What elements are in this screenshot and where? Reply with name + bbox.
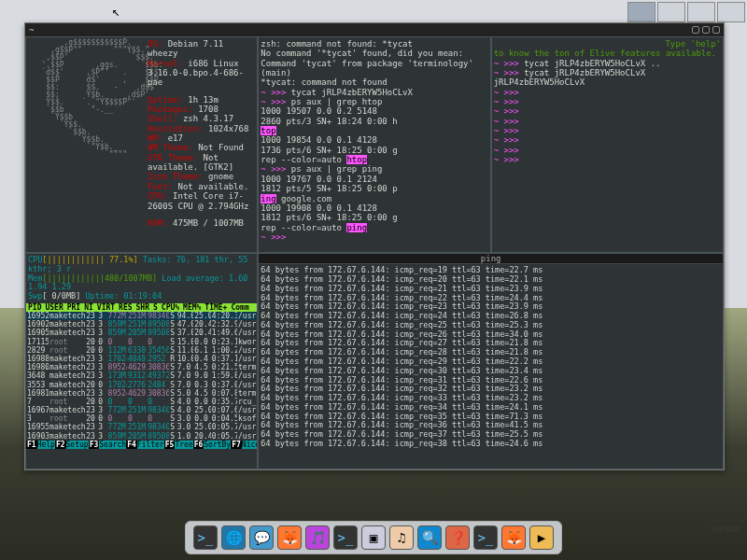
dock-messenger-icon[interactable]: 💬: [249, 525, 274, 550]
wmtheme-value: Not Found: [198, 143, 244, 152]
htop-row[interactable]: 17115root200000S15.00.00:23.12kwor: [26, 338, 257, 346]
prompt: ~ >>>: [494, 135, 519, 145]
gtktheme-label: GTK Theme:: [148, 153, 198, 162]
fkey[interactable]: F6SortBy: [193, 441, 232, 449]
dock-video-icon[interactable]: ▶: [529, 525, 554, 550]
htop-col[interactable]: Comm: [229, 303, 250, 312]
grep-match: htop: [346, 155, 367, 164]
dock-virtualbox-icon[interactable]: ▣: [361, 525, 386, 550]
workspace-2[interactable]: [657, 2, 685, 22]
packages-value: 1708: [198, 105, 218, 114]
htop-row[interactable]: 16981maketeche233895244629230836S5.04.50…: [26, 389, 257, 398]
htop-col[interactable]: CPU%: [160, 303, 181, 312]
htop-row[interactable]: 16903maketeche233859M205M89508S1.020.40:…: [26, 432, 257, 441]
prompt: ~ >>>: [494, 146, 519, 155]
dock-music-icon[interactable]: ♫: [389, 525, 414, 550]
ps-line: 1000 19908 0.0 0.1 4128: [261, 203, 487, 213]
tip-header: Type 'help': [494, 39, 721, 49]
cmd: tycat jRLP4zbERYW5HoCLvX ..: [524, 59, 660, 68]
htop-row[interactable]: 3648maketeche233173M9312449372S7.09.01:5…: [26, 371, 257, 380]
minimize-icon[interactable]: [692, 26, 699, 34]
dock-help-icon[interactable]: ❓: [445, 525, 470, 550]
workspace-3[interactable]: [687, 2, 715, 22]
grep-match: ing: [261, 194, 275, 203]
htop-col[interactable]: NI: [82, 303, 95, 312]
htop-row[interactable]: 16967maketeche233772M251M98340S4.025.00:…: [26, 406, 257, 414]
htop-col[interactable]: VIRT: [95, 303, 117, 312]
fkey[interactable]: F4Filter: [126, 441, 164, 449]
pane-htop[interactable]: CPU[|||||||||||| 77.1%] Tasks: 76, 181 t…: [25, 253, 258, 469]
maximize-icon[interactable]: [702, 26, 710, 34]
terminal-window[interactable]: ~ _,g$$$$$$$$$$$P. ,g$$P"" """Y$$.". ,$$…: [24, 22, 725, 470]
close-icon[interactable]: [712, 26, 720, 34]
htop-row[interactable]: 16952maketeche233772M251M98340S94.025.04…: [26, 312, 257, 320]
prompt: ~ >>>: [494, 59, 519, 68]
htop-row[interactable]: 7root200000S4.00.00:35.70rcu_: [26, 398, 257, 406]
htop-row[interactable]: 3root200000S3.00.00:04.58ksof: [26, 414, 257, 423]
htop-col[interactable]: RES: [117, 303, 134, 312]
cpu-meter: [|||||||||||| 77.1%]: [42, 255, 137, 264]
dock-ipod-icon[interactable]: 🎵: [305, 525, 330, 550]
mouse-cursor-icon: [112, 4, 121, 17]
pane-ping[interactable]: ping 64 bytes from 172.67.6.144: icmp_re…: [258, 253, 724, 469]
fkey[interactable]: F1Help: [26, 441, 55, 449]
ping-output: 64 bytes from 172.67.6.144: icmp_req=19 …: [259, 264, 723, 450]
workspace-1[interactable]: [627, 2, 655, 22]
cmd: tycat jRLP4zbERYW5HoCLvX: [291, 88, 413, 97]
cpu-meter-label: CPU: [28, 255, 42, 264]
dock-firefox-icon[interactable]: 🦊: [501, 525, 526, 550]
prompt: ~ >>>: [494, 88, 519, 97]
fkey[interactable]: F7Nice: [231, 441, 258, 449]
fkey[interactable]: F3Search: [89, 441, 127, 449]
res-label: Resolution:: [148, 124, 204, 133]
titlebar[interactable]: ~: [25, 23, 724, 36]
htop-col[interactable]: MEM%: [181, 303, 203, 312]
dock[interactable]: >_🌐💬🦊🎵>_▣♫🔍❓>_🦊▶: [185, 521, 562, 554]
dock-terminal-icon[interactable]: >_: [333, 525, 358, 550]
kernel-label: Kernel:: [148, 59, 183, 68]
dock-search-icon[interactable]: 🔍: [417, 525, 442, 550]
prompt: ~ >>>: [494, 117, 519, 126]
ps-line: 1000 19507 0.0 0.2 5148: [261, 106, 487, 116]
icon-label: Icon Theme:: [148, 172, 204, 181]
zsh-line: No command '*tycat' found, did you mean:: [261, 49, 487, 58]
htop-row[interactable]: 2829root200112M6330035456S11.06.11:00.24…: [26, 346, 257, 355]
ps-line: google.com: [276, 194, 332, 203]
ps-line: rep --color=auto: [261, 223, 346, 232]
pane-tips[interactable]: Type 'help' to know the ton of Elive fea…: [491, 36, 724, 253]
workspace-pager[interactable]: [627, 2, 745, 22]
pane-shell[interactable]: zsh: command not found: *tycat No comman…: [258, 36, 490, 253]
dock-firefox-icon[interactable]: 🦊: [277, 525, 302, 550]
dock-globe-icon[interactable]: 🌐: [221, 525, 246, 550]
htop-row[interactable]: 16955maketeche233772M251M98340S3.025.00:…: [26, 423, 257, 431]
uptime-value: 1h 13m: [188, 95, 218, 105]
cmd: ps aux | grep htop: [291, 97, 383, 106]
htop-col[interactable]: TIME+: [203, 303, 229, 312]
cmd: ps aux | grep ping: [291, 164, 383, 174]
htop-row[interactable]: 16905maketeche233859M205M89508S37.020.41…: [26, 329, 257, 337]
htop-fkeys[interactable]: F1HelpF2SetupF3SearchF4FilterF5TreeF6Sor…: [26, 441, 257, 449]
ps-line: 1812 pts/6 SN+ 18:25 0:00 g: [261, 213, 487, 222]
dock-terminal-icon[interactable]: >_: [193, 525, 218, 550]
htop-row[interactable]: 3553maketeche2001702427762484S7.00.30:37…: [26, 381, 257, 389]
htop-row[interactable]: 16902maketeche233859M251M89508S47.020.42…: [26, 320, 257, 329]
workspace-4[interactable]: [717, 2, 745, 22]
prompt: ~ >>>: [261, 88, 286, 97]
htop-col[interactable]: S: [151, 303, 160, 312]
ram-label: RAM:: [148, 218, 168, 228]
fkey[interactable]: F2Setup: [55, 441, 89, 449]
htop-col[interactable]: PID: [26, 303, 43, 312]
shell-label: Shell:: [148, 114, 178, 123]
ps-line: 1000 19767 0.0 0.1 2124: [261, 175, 487, 184]
dock-terminal-icon[interactable]: >_: [473, 525, 498, 550]
htop-col[interactable]: PRI: [65, 303, 82, 312]
htop-col[interactable]: SHR: [134, 303, 151, 312]
htop-row[interactable]: 16988maketeche2331702440482952R10.00.40:…: [26, 355, 257, 363]
ram-value: 475MB / 1007MB: [173, 218, 244, 228]
htop-col[interactable]: USER: [43, 303, 64, 312]
fkey[interactable]: F5Tree: [164, 441, 193, 449]
pane-screenfetch[interactable]: _,g$$$$$$$$$$$P. ,g$$P"" """Y$$.". ,$$P'…: [25, 36, 258, 253]
htop-row[interactable]: 16980maketeche233895244629230836S7.04.50…: [26, 363, 257, 371]
cpu-label: CPU:: [148, 191, 168, 201]
ps-line: rep --color=auto: [261, 155, 346, 164]
